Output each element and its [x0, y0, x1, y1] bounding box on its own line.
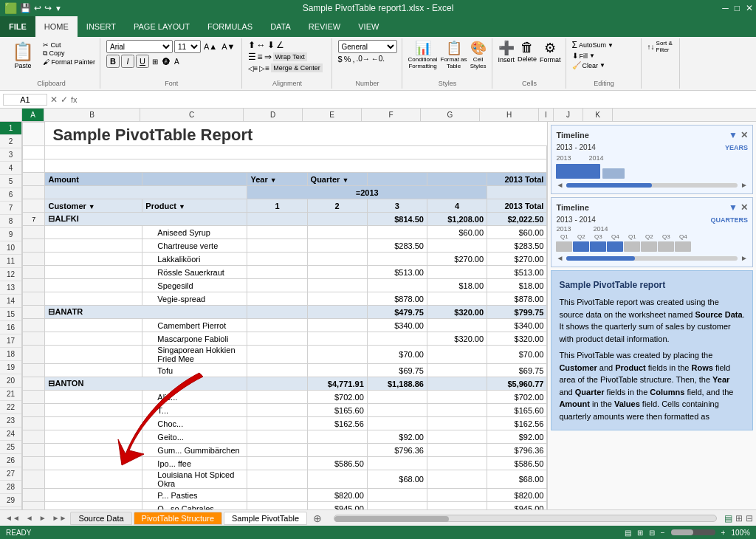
zoom-slider[interactable] — [671, 529, 715, 535]
wrap-text-button[interactable]: Wrap Text — [273, 52, 307, 61]
col-header-c[interactable]: C — [140, 109, 244, 121]
align-middle-button[interactable]: ↔ — [257, 40, 266, 50]
row-8[interactable]: 8 — [0, 215, 21, 228]
close-button[interactable]: ✕ — [746, 3, 753, 13]
row-26[interactable]: 26 — [0, 454, 21, 467]
insert-button[interactable]: ➕ Insert — [498, 40, 515, 63]
view-break-icon[interactable]: ⊟ — [649, 529, 655, 537]
clear-button[interactable]: 🧹Clear▼ — [572, 61, 605, 69]
tab-data[interactable]: DATA — [261, 16, 300, 37]
sort-filter-button[interactable]: ↑↓Sort &Filter — [647, 40, 673, 53]
tab-view[interactable]: VIEW — [349, 16, 388, 37]
row-23[interactable]: 23 — [0, 414, 21, 428]
timeline2-close-icon[interactable]: ✕ — [740, 202, 748, 213]
percent-button[interactable]: % — [344, 55, 351, 63]
table-row[interactable]: ⊟ANTON $4,771.91 $1,188.86 $5,960.77 — [23, 377, 547, 391]
timeline2-next-icon[interactable]: ► — [740, 254, 748, 262]
number-format-select[interactable]: General — [338, 40, 397, 53]
table-row[interactable]: Tofu $69.75 $69.75 — [23, 364, 547, 377]
align-left-button[interactable]: ☰ — [248, 52, 256, 62]
row-7[interactable]: 7 — [0, 202, 21, 215]
customize-icon[interactable]: ▼ — [55, 4, 62, 13]
currency-button[interactable]: $ — [338, 55, 343, 63]
tab-formulas[interactable]: FORMULAS — [199, 16, 261, 37]
table-row[interactable]: Louisiana Hot Spiced Okra $68.00 $68.00 — [23, 470, 547, 489]
table-row[interactable]: P... Pasties $820.00 $820.00 — [23, 489, 547, 502]
normal-view-button[interactable]: ▤ — [724, 513, 732, 523]
row-3[interactable]: 3 — [0, 148, 21, 162]
bold-button[interactable]: B — [106, 55, 120, 68]
fill-color-button[interactable]: 🅐 — [161, 58, 171, 66]
next-sheet-single-button[interactable]: ► — [37, 514, 49, 522]
col-header-h[interactable]: H — [480, 109, 539, 121]
timeline-next-icon[interactable]: ► — [740, 181, 748, 189]
zoom-out-button[interactable]: − — [661, 529, 665, 537]
comma-button[interactable]: , — [352, 55, 354, 63]
row-13[interactable]: 13 — [0, 281, 21, 295]
table-row[interactable]: Camembert Pierrot $340.00 $340.00 — [23, 319, 547, 332]
next-sheet-button[interactable]: ►► — [50, 514, 69, 522]
table-row[interactable]: 7 ⊟ALFKI $814.50 $1,208.00 $2,022.50 — [23, 213, 547, 226]
prev-sheet-single-button[interactable]: ◄ — [24, 514, 35, 522]
page-break-view-button[interactable]: ⊟ — [746, 513, 753, 523]
row-9[interactable]: 9 — [0, 228, 21, 241]
table-row[interactable]: Mascarpone Fabioli $320.00 $320.00 — [23, 332, 547, 346]
cancel-formula-icon[interactable]: ✕ — [50, 95, 58, 105]
table-row[interactable]: T... $165.60 $165.60 — [23, 404, 547, 417]
timeline2-prev-icon[interactable]: ◄ — [556, 254, 563, 262]
row-16[interactable]: 16 — [0, 321, 21, 334]
row-2[interactable]: 2 — [0, 135, 21, 148]
table-row[interactable]: ⊟ANATR $479.75 $320.00 $799.75 — [23, 306, 547, 319]
insert-function-icon[interactable]: fx — [71, 95, 78, 104]
delete-button[interactable]: 🗑 Delete — [518, 40, 537, 63]
table-row[interactable]: Vegie-spread $878.00 $878.00 — [23, 292, 547, 306]
col-header-d[interactable]: D — [244, 109, 303, 121]
tab-file[interactable]: FILE — [0, 16, 35, 37]
col-header-a[interactable]: A — [22, 109, 44, 121]
row-29[interactable]: 29 — [0, 494, 21, 507]
decrease-indent-button[interactable]: ◁≡ — [248, 64, 258, 72]
merge-center-button[interactable]: Merge & Center — [271, 63, 323, 72]
view-normal-icon[interactable]: ▤ — [625, 529, 631, 537]
col-header-g[interactable]: G — [421, 109, 480, 121]
row-10[interactable]: 10 — [0, 241, 21, 255]
align-bottom-button[interactable]: ⬇ — [267, 40, 275, 50]
row-22[interactable]: 22 — [0, 401, 21, 414]
timeline-prev-icon[interactable]: ◄ — [556, 181, 563, 189]
increase-font-button[interactable]: A▲ — [202, 42, 219, 51]
italic-button[interactable]: I — [121, 55, 134, 68]
row-18[interactable]: 18 — [0, 348, 21, 361]
row-11[interactable]: 11 — [0, 255, 21, 268]
tab-source-data[interactable]: Source Data — [70, 512, 131, 525]
row-19[interactable]: 19 — [0, 361, 21, 374]
add-sheet-button[interactable]: ⊕ — [309, 512, 326, 524]
format-as-table-button[interactable]: 📋 Format asTable — [441, 40, 467, 69]
table-row[interactable]: Aniseed Syrup $60.00 $60.00 — [23, 226, 547, 239]
timeline2-filter-icon[interactable]: ▼ — [729, 202, 738, 213]
col-header-b[interactable]: B — [44, 109, 140, 121]
copy-button[interactable]: ⧉ Copy — [43, 49, 95, 58]
increase-indent-button[interactable]: ▷≡ — [259, 64, 269, 72]
table-row[interactable]: Rössle Sauerkraut $513.00 $513.00 — [23, 266, 547, 279]
row-28[interactable]: 28 — [0, 481, 21, 494]
cut-button[interactable]: ✂ Cut — [43, 41, 95, 49]
angle-text-button[interactable]: ∠ — [276, 40, 284, 50]
fill-button[interactable]: ⬇Fill▼ — [572, 52, 595, 60]
table-row[interactable]: Choc... $162.56 $162.56 — [23, 417, 547, 430]
horizontal-scrollbar[interactable] — [334, 515, 717, 522]
decrease-font-button[interactable]: A▼ — [220, 42, 236, 51]
redo-icon[interactable]: ↪ — [44, 3, 52, 13]
cell-styles-button[interactable]: 🎨 CellStyles — [470, 40, 487, 69]
zoom-in-button[interactable]: + — [721, 529, 726, 537]
tab-home[interactable]: HOME — [35, 16, 78, 37]
tab-page-layout[interactable]: PAGE LAYOUT — [125, 16, 199, 37]
row-24[interactable]: 24 — [0, 428, 21, 441]
row-27[interactable]: 27 — [0, 467, 21, 481]
save-icon[interactable]: 💾 — [20, 3, 31, 13]
border-button[interactable]: ⊞ — [151, 58, 159, 66]
row-15[interactable]: 15 — [0, 308, 21, 321]
row-20[interactable]: 20 — [0, 374, 21, 388]
underline-button[interactable]: U — [136, 55, 149, 68]
row-14[interactable]: 14 — [0, 295, 21, 308]
font-name-select[interactable]: Arial — [106, 40, 173, 53]
